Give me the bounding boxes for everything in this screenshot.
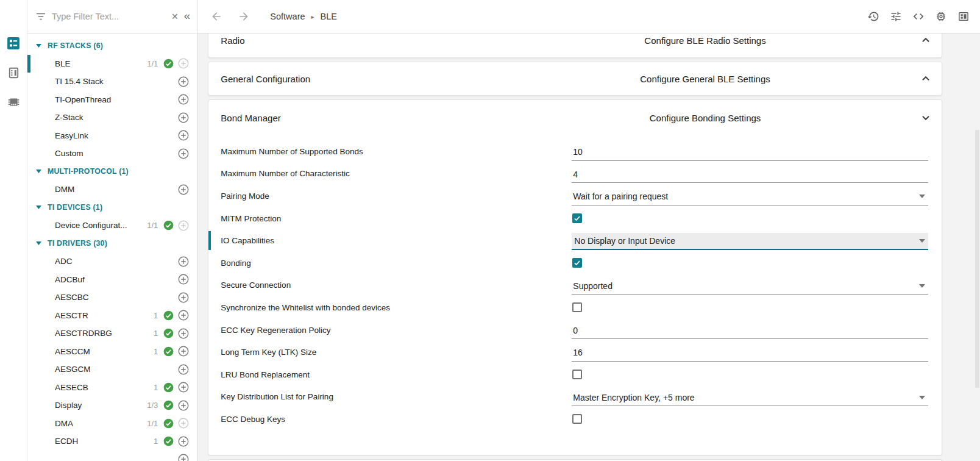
field-value: Master Encryption Key, +5 more [572, 393, 694, 402]
tree-item[interactable]: Device Configurat... 1/1 [27, 216, 197, 235]
field-label: Maximum Number of Supported Bonds [208, 147, 572, 156]
add-module-icon[interactable] [178, 436, 189, 447]
add-module-icon[interactable] [178, 454, 189, 461]
add-module-icon[interactable] [178, 184, 189, 195]
tree-section-header[interactable]: TI DRIVERS (30) [27, 235, 197, 253]
add-module-icon[interactable] [178, 382, 189, 393]
vertical-scrollbar[interactable] [975, 130, 979, 388]
field-label: Long Term Key (LTK) Size [208, 348, 572, 357]
form-row: ECC Debug Keys [208, 408, 942, 431]
add-module-icon[interactable] [178, 256, 189, 267]
code-icon[interactable] [912, 10, 925, 23]
field-label: ECC Debug Keys [208, 415, 572, 424]
checkbox[interactable] [572, 213, 582, 223]
collapse-panel-icon[interactable]: « [184, 10, 191, 23]
chevron-down-icon[interactable] [919, 111, 932, 124]
add-module-icon[interactable] [178, 292, 189, 303]
card-bond-manager: Bond Manager Configure Bonding Settings … [208, 99, 942, 456]
tree-item-label: AESCTR [55, 311, 154, 320]
field: Master Encryption Key, +5 more [572, 386, 928, 409]
tree-section-header[interactable]: MULTI-PROTOCOL (1) [27, 163, 197, 181]
chip-icon[interactable] [935, 10, 947, 23]
tree-item[interactable]: AESCTR 1 [27, 307, 197, 325]
add-module-icon[interactable] [178, 94, 189, 105]
field-value: 10 [572, 147, 583, 157]
form-row: Key Distribution List for Pairing Master… [208, 386, 942, 409]
select-input[interactable]: No Display or Input Device [572, 233, 928, 250]
tree-item[interactable]: DMA 1/1 [27, 415, 197, 433]
tree-item[interactable]: AESCCM 1 [27, 343, 197, 361]
card-bond-manager-header[interactable]: Bond Manager Configure Bonding Settings [208, 100, 942, 135]
add-module-icon[interactable] [178, 76, 189, 87]
forward-arrow-icon[interactable] [238, 10, 250, 23]
add-module-icon[interactable] [178, 310, 189, 321]
tree-item[interactable]: Custom [27, 145, 197, 163]
tree-item[interactable] [27, 451, 197, 461]
search-input[interactable] [52, 12, 166, 21]
back-arrow-icon[interactable] [210, 10, 222, 23]
add-module-icon[interactable] [178, 328, 189, 339]
checkbox[interactable] [572, 302, 582, 312]
chevron-up-icon[interactable] [919, 34, 932, 47]
chevron-up-icon[interactable] [919, 72, 932, 85]
tree-item[interactable]: AESECB 1 [27, 379, 197, 397]
device-view-icon[interactable] [7, 66, 20, 79]
card-radio-header[interactable]: Radio Configure BLE Radio Settings [208, 34, 942, 57]
tree-item[interactable]: AESCTRDRBG 1 [27, 324, 197, 343]
breadcrumb-item-software[interactable]: Software [270, 12, 305, 21]
caret-down-icon [36, 241, 41, 245]
board-icon[interactable] [957, 10, 970, 23]
history-icon[interactable] [867, 10, 879, 23]
select-input[interactable]: Master Encryption Key, +5 more [572, 389, 928, 406]
add-module-icon[interactable] [178, 274, 189, 285]
form-row: Maximum Number of Characteristic 4 [208, 163, 942, 185]
text-input[interactable]: 0 [572, 322, 928, 339]
field: Wait for a pairing request [572, 185, 928, 207]
add-module-icon[interactable] [178, 400, 189, 411]
select-input[interactable]: Wait for a pairing request [572, 188, 928, 205]
select-input[interactable]: Supported [572, 277, 928, 295]
card-general-header[interactable]: General Configuration Configure General … [208, 62, 942, 95]
add-module-icon[interactable] [178, 346, 189, 357]
checkbox[interactable] [572, 258, 582, 268]
checkbox[interactable] [572, 370, 582, 379]
tree-section-label: MULTI-PROTOCOL (1) [48, 167, 129, 176]
tree-item[interactable]: EasyLink [27, 127, 197, 145]
tree-section-header[interactable]: TI DEVICES (1) [27, 199, 197, 217]
tree-item[interactable]: ADCBuf [27, 271, 197, 289]
check-badge-icon [163, 328, 174, 338]
field: 4 [572, 163, 928, 185]
tree-item[interactable]: Z-Stack [27, 109, 197, 127]
text-input[interactable]: 16 [572, 345, 928, 362]
tree-item-label: TI-OpenThread [55, 95, 178, 104]
tree-section-header[interactable]: RF STACKS (6) [27, 37, 197, 55]
clear-filter-icon[interactable]: ✕ [171, 12, 179, 21]
tree-item[interactable]: DMM [27, 180, 197, 199]
field: 10 [572, 140, 928, 163]
add-module-icon[interactable] [178, 112, 189, 123]
add-module-icon[interactable] [178, 130, 189, 141]
dropdown-arrow-icon [919, 396, 925, 399]
tree-item[interactable]: AESCBC [27, 288, 197, 307]
top-toolbar: Software ▸ BLE [197, 0, 980, 34]
tree-item[interactable]: Display 1/3 [27, 396, 197, 415]
tree-item[interactable]: TI 15.4 Stack [27, 73, 197, 91]
tune-icon[interactable] [890, 10, 902, 23]
form-row: Maximum Number of Supported Bonds 10 [208, 140, 942, 163]
chip-view-icon[interactable] [7, 95, 20, 109]
checkbox[interactable] [572, 414, 582, 424]
field-label: Synchronize the Whitelist with bonded de… [208, 303, 572, 312]
tree-item[interactable]: BLE 1/1 [27, 55, 197, 73]
text-input[interactable]: 10 [572, 144, 928, 161]
text-input[interactable]: 4 [572, 166, 928, 183]
add-module-icon[interactable] [178, 148, 189, 159]
instance-count: 1 [154, 311, 158, 320]
check-badge-icon [163, 310, 174, 321]
field-value: 0 [572, 326, 578, 335]
tree-item[interactable]: ADC [27, 252, 197, 271]
software-view-icon[interactable] [7, 37, 20, 50]
add-module-icon[interactable] [178, 364, 189, 375]
tree-item[interactable]: TI-OpenThread [27, 91, 197, 109]
tree-item[interactable]: AESGCM [27, 360, 197, 379]
tree-item[interactable]: ECDH 1 [27, 432, 197, 451]
